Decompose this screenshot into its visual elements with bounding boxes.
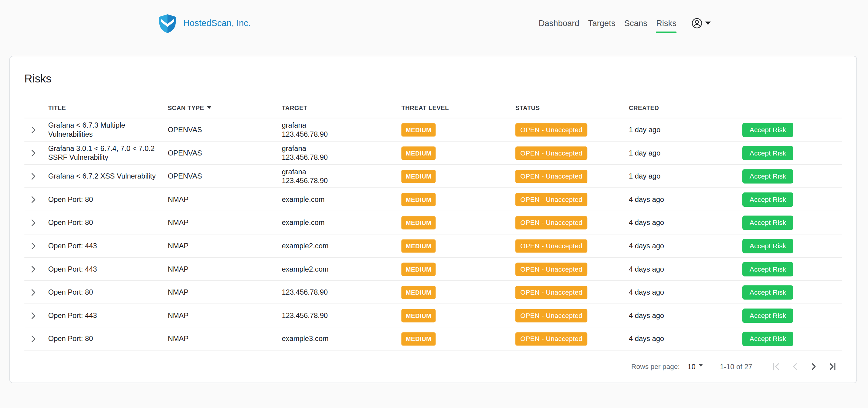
chevron-right-icon [28,194,38,204]
accept-risk-button[interactable]: Accept Risk [742,146,793,160]
nav-dashboard[interactable]: Dashboard [539,18,579,29]
first-page-button[interactable] [769,358,783,375]
status-badge: OPEN - Unaccepted [515,332,587,345]
accept-risk-button[interactable]: Accept Risk [742,215,793,230]
expand-row-button[interactable] [26,122,41,137]
accept-risk-button[interactable]: Accept Risk [742,331,793,346]
table-row: Open Port: 80 NMAP example3.com MEDIUM O… [24,327,842,351]
risk-target: 123.456.78.90 [282,311,401,320]
risk-scan-type: NMAP [168,288,282,297]
accept-risk-button[interactable]: Accept Risk [742,123,793,137]
threat-level-badge: MEDIUM [401,285,436,299]
risk-target: example.com [282,218,401,227]
table-header: TITLE SCAN TYPE TARGET THREAT LEVEL STAT… [24,97,842,118]
column-title[interactable]: TITLE [48,104,168,111]
expand-row-button[interactable] [26,331,41,346]
expand-row-button[interactable] [26,192,41,207]
status-badge: OPEN - Unaccepted [515,169,587,183]
risk-title: Open Port: 80 [48,334,168,343]
accept-risk-button[interactable]: Accept Risk [742,169,793,183]
risk-scan-type: NMAP [168,265,282,273]
table-row: Open Port: 443 NMAP example2.com MEDIUM … [24,234,842,258]
chevron-left-icon [789,361,800,372]
table-row: Open Port: 80 NMAP example.com MEDIUM OP… [24,211,842,235]
table-row: Open Port: 443 NMAP example2.com MEDIUM … [24,258,842,281]
threat-level-badge: MEDIUM [401,193,436,206]
column-created[interactable]: CREATED [629,104,731,111]
table-row: Open Port: 80 NMAP 123.456.78.90 MEDIUM … [24,281,842,304]
risks-card: Risks TITLE SCAN TYPE TARGET THREAT LEVE… [9,56,857,383]
risk-title: Open Port: 443 [48,311,168,320]
rows-per-page-value: 10 [687,363,695,371]
risk-scan-type: NMAP [168,311,282,320]
risk-scan-type: OPENVAS [168,172,282,180]
risk-target: example3.com [282,334,401,343]
risk-scan-type: NMAP [168,218,282,227]
risk-scan-type: NMAP [168,334,282,343]
column-scan-type[interactable]: SCAN TYPE [168,104,282,111]
top-bar: HostedScan, Inc. Dashboard Targets Scans… [0,0,868,46]
risk-target: grafana 123.456.78.90 [282,167,401,185]
nav-risks[interactable]: Risks [656,18,677,29]
chevron-right-icon [28,171,38,181]
column-threat-level[interactable]: THREAT LEVEL [401,104,515,111]
column-target[interactable]: TARGET [282,104,401,111]
brand[interactable]: HostedScan, Inc. [157,13,251,33]
risk-target: grafana 123.456.78.90 [282,144,401,162]
accept-risk-button[interactable]: Accept Risk [742,239,793,253]
risk-scan-type: OPENVAS [168,148,282,157]
accept-risk-button[interactable]: Accept Risk [742,285,793,299]
next-page-button[interactable] [807,358,821,375]
expand-row-button[interactable] [26,145,41,161]
top-bar-inner: HostedScan, Inc. Dashboard Targets Scans… [157,13,711,33]
expand-row-button[interactable] [26,261,41,277]
chevron-down-icon [705,22,711,25]
status-badge: OPEN - Unaccepted [515,309,587,322]
app: HostedScan, Inc. Dashboard Targets Scans… [0,0,868,408]
expand-row-button[interactable] [26,168,41,184]
risk-created: 4 days ago [629,218,731,227]
chevron-right-icon [28,287,38,297]
previous-page-button[interactable] [788,358,802,375]
risk-created: 1 day ago [629,148,731,157]
accept-risk-button[interactable]: Accept Risk [742,308,793,322]
table-row: Grafana < 6.7.2 XSS Vulnerability OPENVA… [24,165,842,188]
accept-risk-button[interactable]: Accept Risk [742,262,793,276]
account-menu[interactable] [691,17,711,29]
chevron-right-icon [808,361,819,372]
table-row: Open Port: 443 NMAP 123.456.78.90 MEDIUM… [24,304,842,327]
shield-logo-icon [157,13,178,33]
status-badge: OPEN - Unaccepted [515,123,587,136]
risk-title: Open Port: 80 [48,218,168,227]
risk-title: Open Port: 443 [48,265,168,273]
nav-scans[interactable]: Scans [624,18,647,29]
risk-title: Open Port: 80 [48,195,168,204]
expand-row-button[interactable] [26,238,41,253]
risk-scan-type: NMAP [168,241,282,250]
risk-title: Grafana < 6.7.3 Multiple Vulnerabilities [48,121,168,139]
risk-created: 4 days ago [629,288,731,297]
expand-row-button[interactable] [26,284,41,300]
status-badge: OPEN - Unaccepted [515,216,587,229]
nav-targets[interactable]: Targets [588,18,616,29]
last-page-icon [827,361,838,372]
chevron-right-icon [28,264,38,274]
status-badge: OPEN - Unaccepted [515,262,587,276]
expand-row-button[interactable] [26,308,41,323]
status-badge: OPEN - Unaccepted [515,285,587,299]
rows-per-page-select[interactable]: 10 [687,363,703,371]
chevron-right-icon [28,148,38,158]
brand-name: HostedScan, Inc. [183,18,251,28]
table-row: Open Port: 80 NMAP example.com MEDIUM OP… [24,188,842,211]
chevron-right-icon [28,218,38,228]
accept-risk-button[interactable]: Accept Risk [742,192,793,206]
chevron-right-icon [28,125,38,135]
chevron-right-icon [28,334,38,344]
threat-level-badge: MEDIUM [401,216,436,229]
risk-created: 4 days ago [629,334,731,343]
status-badge: OPEN - Unaccepted [515,239,587,252]
last-page-button[interactable] [826,358,840,375]
expand-row-button[interactable] [26,215,41,230]
column-status[interactable]: STATUS [515,104,629,111]
risk-scan-type: NMAP [168,195,282,204]
